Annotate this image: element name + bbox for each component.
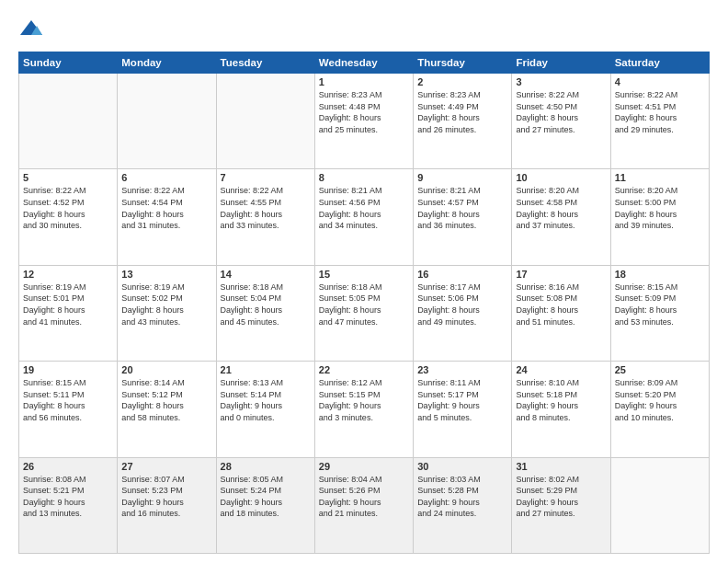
day-info: Sunrise: 8:20 AM Sunset: 4:58 PM Dayligh… bbox=[516, 185, 606, 231]
calendar-cell: 3Sunrise: 8:22 AM Sunset: 4:50 PM Daylig… bbox=[512, 74, 610, 169]
calendar-cell: 16Sunrise: 8:17 AM Sunset: 5:06 PM Dayli… bbox=[414, 265, 512, 361]
calendar-cell: 22Sunrise: 8:12 AM Sunset: 5:15 PM Dayli… bbox=[314, 362, 413, 457]
day-number: 8 bbox=[319, 172, 409, 183]
calendar-cell bbox=[216, 74, 314, 169]
day-info: Sunrise: 8:08 AM Sunset: 5:21 PM Dayligh… bbox=[23, 474, 113, 520]
calendar-cell: 18Sunrise: 8:15 AM Sunset: 5:09 PM Dayli… bbox=[610, 265, 709, 361]
calendar-cell: 11Sunrise: 8:20 AM Sunset: 5:00 PM Dayli… bbox=[610, 169, 709, 265]
calendar-cell: 14Sunrise: 8:18 AM Sunset: 5:04 PM Dayli… bbox=[216, 265, 314, 361]
day-number: 29 bbox=[319, 461, 409, 472]
calendar-cell: 9Sunrise: 8:21 AM Sunset: 4:57 PM Daylig… bbox=[414, 169, 512, 265]
day-number: 28 bbox=[221, 461, 311, 472]
calendar-cell: 15Sunrise: 8:18 AM Sunset: 5:05 PM Dayli… bbox=[314, 265, 413, 361]
day-info: Sunrise: 8:18 AM Sunset: 5:04 PM Dayligh… bbox=[221, 282, 311, 327]
logo bbox=[18, 17, 48, 42]
day-info: Sunrise: 8:07 AM Sunset: 5:23 PM Dayligh… bbox=[121, 474, 211, 520]
day-number: 20 bbox=[121, 364, 211, 375]
calendar-cell: 5Sunrise: 8:22 AM Sunset: 4:52 PM Daylig… bbox=[19, 169, 118, 265]
calendar-cell: 29Sunrise: 8:04 AM Sunset: 5:26 PM Dayli… bbox=[314, 457, 413, 553]
weekday-header: Wednesday bbox=[314, 52, 413, 74]
calendar-cell: 19Sunrise: 8:15 AM Sunset: 5:11 PM Dayli… bbox=[19, 362, 118, 457]
calendar-cell: 28Sunrise: 8:05 AM Sunset: 5:24 PM Dayli… bbox=[216, 457, 314, 553]
logo-icon bbox=[18, 17, 44, 42]
calendar-cell: 1Sunrise: 8:23 AM Sunset: 4:48 PM Daylig… bbox=[314, 74, 413, 169]
day-info: Sunrise: 8:19 AM Sunset: 5:02 PM Dayligh… bbox=[121, 282, 211, 327]
day-number: 4 bbox=[615, 76, 705, 87]
day-info: Sunrise: 8:16 AM Sunset: 5:08 PM Dayligh… bbox=[516, 282, 606, 327]
day-number: 27 bbox=[121, 461, 211, 472]
day-number: 31 bbox=[516, 461, 606, 472]
calendar-cell: 6Sunrise: 8:22 AM Sunset: 4:54 PM Daylig… bbox=[118, 169, 216, 265]
calendar-cell: 10Sunrise: 8:20 AM Sunset: 4:58 PM Dayli… bbox=[512, 169, 610, 265]
calendar-week-row: 1Sunrise: 8:23 AM Sunset: 4:48 PM Daylig… bbox=[19, 74, 710, 169]
weekday-header: Tuesday bbox=[216, 52, 314, 74]
day-info: Sunrise: 8:21 AM Sunset: 4:57 PM Dayligh… bbox=[417, 185, 507, 231]
day-info: Sunrise: 8:18 AM Sunset: 5:05 PM Dayligh… bbox=[319, 282, 409, 327]
calendar-cell: 23Sunrise: 8:11 AM Sunset: 5:17 PM Dayli… bbox=[414, 362, 512, 457]
day-number: 2 bbox=[417, 76, 507, 87]
weekday-header: Saturday bbox=[610, 52, 709, 74]
weekday-header: Sunday bbox=[19, 52, 118, 74]
day-info: Sunrise: 8:17 AM Sunset: 5:06 PM Dayligh… bbox=[417, 282, 507, 327]
day-info: Sunrise: 8:20 AM Sunset: 5:00 PM Dayligh… bbox=[615, 185, 705, 231]
day-info: Sunrise: 8:10 AM Sunset: 5:18 PM Dayligh… bbox=[516, 377, 606, 423]
day-number: 6 bbox=[121, 172, 211, 183]
day-info: Sunrise: 8:02 AM Sunset: 5:29 PM Dayligh… bbox=[516, 474, 606, 520]
day-info: Sunrise: 8:15 AM Sunset: 5:11 PM Dayligh… bbox=[23, 377, 113, 423]
day-number: 14 bbox=[221, 269, 311, 280]
day-number: 21 bbox=[221, 364, 311, 375]
calendar-cell bbox=[610, 457, 709, 553]
calendar-cell: 17Sunrise: 8:16 AM Sunset: 5:08 PM Dayli… bbox=[512, 265, 610, 361]
calendar-cell: 8Sunrise: 8:21 AM Sunset: 4:56 PM Daylig… bbox=[314, 169, 413, 265]
day-number: 19 bbox=[23, 364, 113, 375]
day-number: 12 bbox=[23, 269, 113, 280]
day-info: Sunrise: 8:04 AM Sunset: 5:26 PM Dayligh… bbox=[319, 474, 409, 520]
header bbox=[18, 17, 710, 42]
day-number: 22 bbox=[319, 364, 409, 375]
day-info: Sunrise: 8:12 AM Sunset: 5:15 PM Dayligh… bbox=[319, 377, 409, 423]
calendar-cell: 4Sunrise: 8:22 AM Sunset: 4:51 PM Daylig… bbox=[610, 74, 709, 169]
weekday-header: Thursday bbox=[414, 52, 512, 74]
calendar-cell bbox=[19, 74, 118, 169]
day-number: 16 bbox=[417, 269, 507, 280]
calendar-cell: 24Sunrise: 8:10 AM Sunset: 5:18 PM Dayli… bbox=[512, 362, 610, 457]
day-number: 11 bbox=[615, 172, 705, 183]
day-number: 5 bbox=[23, 172, 113, 183]
day-info: Sunrise: 8:15 AM Sunset: 5:09 PM Dayligh… bbox=[615, 282, 705, 327]
calendar: SundayMondayTuesdayWednesdayThursdayFrid… bbox=[18, 52, 710, 554]
day-info: Sunrise: 8:23 AM Sunset: 4:48 PM Dayligh… bbox=[319, 89, 409, 135]
calendar-cell: 27Sunrise: 8:07 AM Sunset: 5:23 PM Dayli… bbox=[118, 457, 216, 553]
day-number: 13 bbox=[121, 269, 211, 280]
day-number: 26 bbox=[23, 461, 113, 472]
day-number: 15 bbox=[319, 269, 409, 280]
calendar-week-row: 26Sunrise: 8:08 AM Sunset: 5:21 PM Dayli… bbox=[19, 457, 710, 553]
day-info: Sunrise: 8:13 AM Sunset: 5:14 PM Dayligh… bbox=[221, 377, 311, 423]
day-number: 7 bbox=[221, 172, 311, 183]
calendar-cell: 21Sunrise: 8:13 AM Sunset: 5:14 PM Dayli… bbox=[216, 362, 314, 457]
calendar-cell: 31Sunrise: 8:02 AM Sunset: 5:29 PM Dayli… bbox=[512, 457, 610, 553]
calendar-cell: 25Sunrise: 8:09 AM Sunset: 5:20 PM Dayli… bbox=[610, 362, 709, 457]
day-number: 17 bbox=[516, 269, 606, 280]
calendar-cell: 12Sunrise: 8:19 AM Sunset: 5:01 PM Dayli… bbox=[19, 265, 118, 361]
day-info: Sunrise: 8:05 AM Sunset: 5:24 PM Dayligh… bbox=[221, 474, 311, 520]
weekday-header: Friday bbox=[512, 52, 610, 74]
day-number: 1 bbox=[319, 76, 409, 87]
day-info: Sunrise: 8:22 AM Sunset: 4:54 PM Dayligh… bbox=[121, 185, 211, 231]
day-info: Sunrise: 8:14 AM Sunset: 5:12 PM Dayligh… bbox=[121, 377, 211, 423]
day-info: Sunrise: 8:22 AM Sunset: 4:55 PM Dayligh… bbox=[221, 185, 311, 231]
day-number: 10 bbox=[516, 172, 606, 183]
day-info: Sunrise: 8:22 AM Sunset: 4:52 PM Dayligh… bbox=[23, 185, 113, 231]
day-number: 24 bbox=[516, 364, 606, 375]
page: SundayMondayTuesdayWednesdayThursdayFrid… bbox=[0, 0, 728, 563]
day-info: Sunrise: 8:22 AM Sunset: 4:51 PM Dayligh… bbox=[615, 89, 705, 135]
day-number: 25 bbox=[615, 364, 705, 375]
day-number: 3 bbox=[516, 76, 606, 87]
day-number: 9 bbox=[417, 172, 507, 183]
calendar-week-row: 5Sunrise: 8:22 AM Sunset: 4:52 PM Daylig… bbox=[19, 169, 710, 265]
calendar-cell bbox=[118, 74, 216, 169]
calendar-cell: 30Sunrise: 8:03 AM Sunset: 5:28 PM Dayli… bbox=[414, 457, 512, 553]
day-info: Sunrise: 8:21 AM Sunset: 4:56 PM Dayligh… bbox=[319, 185, 409, 231]
weekday-header-row: SundayMondayTuesdayWednesdayThursdayFrid… bbox=[19, 52, 710, 74]
day-info: Sunrise: 8:09 AM Sunset: 5:20 PM Dayligh… bbox=[615, 377, 705, 423]
day-number: 23 bbox=[417, 364, 507, 375]
